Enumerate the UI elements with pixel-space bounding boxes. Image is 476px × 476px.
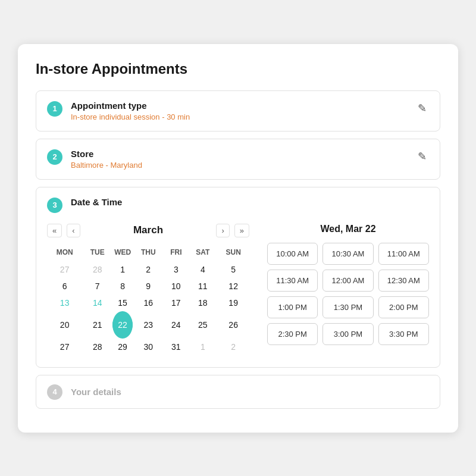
calendar-day[interactable]: 14 [82,295,112,311]
weekday-header: TUE [82,246,112,261]
next-next-button[interactable]: » [234,224,249,237]
step-badge-3: 3 [47,198,62,213]
calendar-day[interactable]: 17 [164,295,188,311]
section-datetime-content: Date & Time [71,197,122,209]
calendar-day[interactable]: 23 [133,311,164,339]
calendar-day[interactable]: 12 [217,278,249,295]
time-slot-button[interactable]: 10:00 AM [267,243,318,265]
calendar-month: March [85,224,212,236]
step-badge-1: 1 [47,101,62,117]
time-slot-button[interactable]: 3:00 PM [322,323,373,345]
calendar-day[interactable]: 27 [47,261,82,278]
calendar-day[interactable]: 25 [188,311,217,339]
appointment-type-detail: In-store individual session - 30 min [71,112,190,121]
datetime-body: « ‹ March › » MONTUEWEDTHUFRISATSUN 2728… [47,224,429,355]
section-datetime: 3 Date & Time « ‹ March › » MONTUEWEDTHU [36,187,440,368]
section-your-details: 4 Your details [36,375,440,409]
datetime-label: Date & Time [71,197,122,207]
calendar-day[interactable]: 8 [112,278,133,295]
time-slot-button[interactable]: 2:30 PM [267,323,318,345]
main-card: In-store Appointments 1 Appointment type… [18,44,458,433]
section-datetime-left: 3 Date & Time [47,197,122,213]
calendar-day[interactable]: 2 [217,339,249,355]
calendar-day[interactable]: 28 [82,339,112,355]
your-details-label: Your details [71,387,121,397]
calendar-day[interactable]: 9 [133,278,164,295]
section-appointment-left: 1 Appointment type In-store individual s… [47,101,190,121]
time-slot-button[interactable]: 11:00 AM [378,243,429,265]
section-store-header: 2 Store Baltimore - Maryland ✎ [47,149,429,170]
calendar-week-row: 272812345 [47,261,249,278]
section-appointment-content: Appointment type In-store individual ses… [71,101,190,121]
calendar-day[interactable]: 11 [188,278,217,295]
time-slot-button[interactable]: 1:30 PM [322,296,373,318]
calendar-day[interactable]: 15 [112,295,133,311]
section-appointment-header: 1 Appointment type In-store individual s… [47,101,429,121]
weekday-header: WED [112,246,133,261]
edit-store-button[interactable]: ✎ [415,149,429,164]
section-your-details-left: 4 Your details [47,384,429,400]
calendar-day[interactable]: 5 [217,261,249,278]
calendar-day[interactable]: 1 [188,339,217,355]
appointment-type-label: Appointment type [71,101,190,111]
calendar-day[interactable]: 7 [82,278,112,295]
calendar-day[interactable]: 1 [112,261,133,278]
weekday-header: MON [47,246,82,261]
calendar-day[interactable]: 2 [133,261,164,278]
calendar-day[interactable]: 21 [82,311,112,339]
calendar-day[interactable]: 28 [82,261,112,278]
time-date-header: Wed, Mar 22 [267,224,429,234]
calendar-grid: MONTUEWEDTHUFRISATSUN 272812345678910111… [47,246,249,355]
calendar-week-row: 20212223242526 [47,311,249,339]
calendar-day[interactable]: 22 [112,311,133,339]
calendar-body: 2728123456789101112131415161718192021222… [47,261,249,355]
time-slot-button[interactable]: 2:00 PM [378,296,429,318]
prev-prev-button[interactable]: « [47,224,62,237]
calendar-day[interactable]: 4 [188,261,217,278]
store-label: Store [71,149,142,159]
step-badge-2: 2 [47,149,62,165]
calendar-week-row: 13141516171819 [47,295,249,311]
calendar-week-row: 6789101112 [47,278,249,295]
section-store-content: Store Baltimore - Maryland [71,149,142,170]
calendar-day[interactable]: 18 [188,295,217,311]
calendar-day[interactable]: 3 [164,261,188,278]
slots-grid: 10:00 AM10:30 AM11:00 AM11:30 AM12:00 AM… [267,243,429,345]
time-slot-button[interactable]: 3:30 PM [378,323,429,345]
calendar-day[interactable]: 31 [164,339,188,355]
page-title: In-store Appointments [36,61,440,77]
calendar-day[interactable]: 10 [164,278,188,295]
calendar-day[interactable]: 29 [112,339,133,355]
weekday-header: SUN [217,246,249,261]
section-datetime-header: 3 Date & Time [47,197,429,213]
time-slot-button[interactable]: 12:00 AM [322,270,373,292]
section-appointment-type: 1 Appointment type In-store individual s… [36,90,440,131]
calendar-weekdays-row: MONTUEWEDTHUFRISATSUN [47,246,249,261]
weekday-header: FRI [164,246,188,261]
section-store: 2 Store Baltimore - Maryland ✎ [36,139,440,180]
calendar-header: « ‹ March › » [47,224,249,237]
weekday-header: SAT [188,246,217,261]
prev-button[interactable]: ‹ [67,224,80,237]
time-slot-button[interactable]: 10:30 AM [322,243,373,265]
weekday-header: THU [133,246,164,261]
calendar-day[interactable]: 6 [47,278,82,295]
calendar-day[interactable]: 24 [164,311,188,339]
time-slot-button[interactable]: 11:30 AM [267,270,318,292]
calendar-day[interactable]: 16 [133,295,164,311]
time-slot-button[interactable]: 12:30 AM [378,270,429,292]
calendar-day[interactable]: 19 [217,295,249,311]
time-slots-panel: Wed, Mar 22 10:00 AM10:30 AM11:00 AM11:3… [267,224,429,355]
step-badge-4: 4 [47,384,62,400]
time-slot-button[interactable]: 1:00 PM [267,296,318,318]
next-button[interactable]: › [216,224,229,237]
calendar-day[interactable]: 13 [47,295,82,311]
edit-appointment-type-button[interactable]: ✎ [415,101,429,116]
calendar-week-row: 272829303112 [47,339,249,355]
calendar-day[interactable]: 30 [133,339,164,355]
store-detail: Baltimore - Maryland [71,161,142,170]
calendar-day[interactable]: 27 [47,339,82,355]
calendar: « ‹ March › » MONTUEWEDTHUFRISATSUN 2728… [47,224,249,355]
calendar-day[interactable]: 26 [217,311,249,339]
calendar-day[interactable]: 20 [47,311,82,339]
